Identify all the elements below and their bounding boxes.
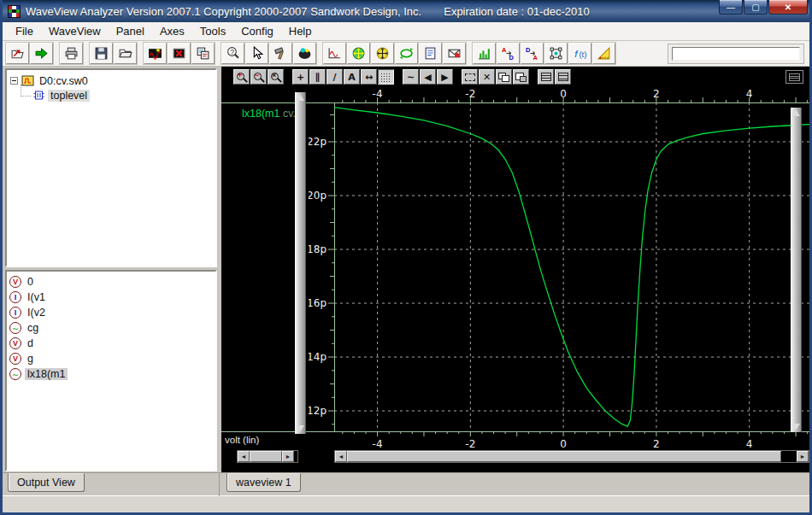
signal-label[interactable]: lx18(m1: [25, 368, 68, 380]
scrollbar-thumb[interactable]: [347, 451, 781, 462]
signal-label[interactable]: 0: [25, 276, 36, 288]
y-zoom-scrollbar[interactable]: ◄ ►: [237, 450, 298, 463]
tree-row-toplevel[interactable]: toplevel: [15, 88, 214, 102]
menu-file[interactable]: File: [8, 23, 41, 39]
save-button[interactable]: [90, 43, 113, 64]
pan-yellow-button[interactable]: [371, 43, 394, 64]
panel-expand-button[interactable]: [555, 69, 571, 85]
add-waveform-icon: ★: [148, 46, 162, 61]
left-y-slider[interactable]: [295, 92, 306, 434]
slider-down-arrow-icon[interactable]: [296, 425, 304, 432]
function-ft-button[interactable]: f(t): [568, 43, 591, 64]
signal-label[interactable]: d: [25, 337, 36, 349]
tree-child-label[interactable]: toplevel: [48, 90, 90, 102]
menu-help[interactable]: Help: [281, 23, 320, 39]
waveview-panel: +−×+∥/A↔∼◀▶✕ lx18(m1 cv.s -4-4-2-2002244…: [221, 67, 809, 472]
scroll-right-arrow[interactable]: ►: [797, 451, 809, 462]
slider-up-arrow-icon[interactable]: [296, 94, 304, 101]
toolbar-search-input[interactable]: [672, 47, 800, 61]
panel-copy-button[interactable]: [496, 69, 512, 85]
waveform-chart[interactable]: -4-4-2-200224422p20p18p16p14p12p: [309, 88, 809, 450]
delta-measure-button[interactable]: ↔: [361, 69, 377, 85]
send-mail-button[interactable]: [443, 43, 466, 64]
open-waveform-file-button[interactable]: [6, 43, 29, 64]
signal-row[interactable]: V g: [8, 351, 215, 366]
trace-legend[interactable]: lx18(m1 cv.s: [242, 108, 301, 120]
measure-waveform-button[interactable]: [323, 43, 346, 64]
trace-style-button[interactable]: ∼: [403, 69, 419, 85]
vertical-markers-button[interactable]: ∥: [309, 69, 326, 85]
pick-cursor-button[interactable]: [245, 43, 268, 64]
search-zoom-button[interactable]: ?: [221, 43, 244, 64]
zoom-off-button[interactable]: ×: [268, 69, 284, 85]
scroll-right-arrow[interactable]: ►: [282, 451, 294, 462]
scrollbar-up-arrow-icon[interactable]: [791, 109, 800, 116]
tree-row-root[interactable]: D0:cv.sw0: [9, 73, 214, 88]
next-panel-button[interactable]: ▶: [437, 69, 453, 85]
delete-waveform-button[interactable]: [168, 43, 191, 64]
calibrate-ruler-button[interactable]: [592, 43, 615, 64]
app-icon: [8, 5, 21, 18]
panel-select-button[interactable]: [462, 69, 478, 85]
right-y-scrollbar[interactable]: [791, 108, 802, 432]
run-simulation-button[interactable]: [30, 43, 53, 64]
slope-measure-button[interactable]: /: [327, 69, 343, 85]
x-pan-scrollbar[interactable]: ◄ ►: [334, 450, 809, 463]
signal-label[interactable]: I(v2: [25, 307, 48, 319]
tab-output-view[interactable]: Output View: [8, 473, 85, 492]
menu-config[interactable]: Config: [233, 23, 281, 39]
report-document-button[interactable]: [419, 43, 442, 64]
tree-root-label[interactable]: D0:cv.sw0: [37, 75, 91, 87]
minimize-button[interactable]: —: [719, 0, 743, 15]
print-button[interactable]: [60, 43, 83, 64]
scrollbar-thumb[interactable]: [250, 451, 282, 462]
signal-label[interactable]: g: [25, 353, 36, 365]
tools-hammer-button[interactable]: [269, 43, 292, 64]
panel-layout-button[interactable]: [538, 69, 554, 85]
tab-waveview-1[interactable]: waveview 1: [227, 473, 301, 492]
crosshair-cursor-button[interactable]: +: [292, 69, 309, 85]
close-button[interactable]: ✕: [768, 0, 808, 15]
signal-row[interactable]: V 0: [8, 274, 215, 290]
histogram-button[interactable]: [473, 43, 496, 64]
signal-row[interactable]: I I(v1: [8, 290, 215, 305]
search-field-frame: [668, 44, 804, 64]
grid-toggle-button[interactable]: [378, 69, 394, 85]
add-waveform-button[interactable]: ★: [144, 43, 167, 64]
pan-green-button[interactable]: [347, 43, 370, 64]
signal-row[interactable]: ∼ cg: [8, 320, 215, 336]
menu-tools[interactable]: Tools: [192, 23, 233, 39]
menu-axes[interactable]: Axes: [152, 23, 192, 39]
print-icon: [64, 46, 79, 61]
prev-panel-button[interactable]: ◀: [420, 69, 436, 85]
maximize-button[interactable]: ▢: [744, 0, 768, 15]
zoom-in-button[interactable]: +: [233, 69, 250, 85]
menu-waveview[interactable]: WaveView: [41, 23, 109, 39]
zoom-out-button[interactable]: −: [250, 69, 267, 85]
collapse-expander-icon[interactable]: [10, 77, 18, 85]
scroll-left-arrow[interactable]: ◄: [335, 451, 347, 462]
app-window: WaveView Analyzer Version 2007.1 Copyrig…: [0, 0, 812, 515]
panel-config-button[interactable]: [191, 43, 215, 64]
open-folder-button[interactable]: [114, 43, 137, 64]
panel-list-icon[interactable]: [786, 70, 803, 84]
current-signal-icon: I: [9, 307, 21, 319]
menu-panel[interactable]: Panel: [109, 23, 152, 39]
panel-paste-button[interactable]: [513, 69, 529, 85]
svg-text:A: A: [502, 46, 507, 54]
grid-toggle-icon: [380, 73, 391, 82]
signal-row[interactable]: V d: [8, 336, 215, 351]
digital-to-analog-button[interactable]: DA: [521, 43, 544, 64]
signal-label[interactable]: I(v1: [25, 291, 48, 303]
analog-to-digital-button[interactable]: AD: [497, 43, 520, 64]
signal-row[interactable]: I I(v2: [8, 305, 215, 320]
signal-row-selected[interactable]: ∼ lx18(m1: [8, 366, 215, 382]
replay-loop-button[interactable]: [395, 43, 418, 64]
label-button[interactable]: A: [344, 69, 360, 85]
color-palette-button[interactable]: [293, 43, 316, 64]
flatten-net-button[interactable]: [544, 43, 568, 64]
scrollbar-down-arrow-icon[interactable]: [791, 424, 800, 430]
panel-delete-button[interactable]: ✕: [479, 69, 495, 85]
signal-label[interactable]: cg: [25, 322, 41, 334]
scroll-left-arrow[interactable]: ◄: [238, 451, 250, 462]
